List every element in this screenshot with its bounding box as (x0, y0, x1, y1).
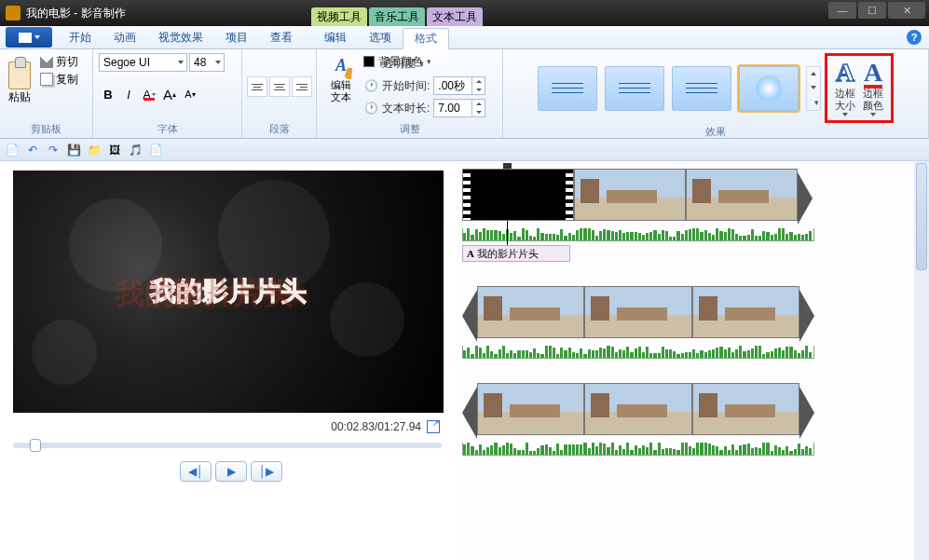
caption-clip[interactable]: A我的影片片头 (462, 245, 570, 262)
qat-btn-7[interactable]: 🎵 (127, 142, 143, 158)
group-adjust: A 编辑 文本 A透明度▾ 🕐开始时间:.00秒 🕐文本时长:7.00 背景颜色… (317, 49, 503, 138)
effect-preset-3[interactable] (672, 66, 731, 111)
clock-icon: 🕐 (363, 78, 378, 93)
copy-icon (40, 73, 53, 86)
outline-highlight-box: A 边框 大小 A 边框 颜色 (825, 53, 894, 123)
cut-button[interactable]: 剪切 (37, 53, 81, 70)
preview-pane: 我的影片片头 我的影片片头 00:02.83/01:27.94 ◀│ ▶ │▶ (0, 161, 457, 560)
video-clip[interactable] (574, 169, 686, 221)
tab-format[interactable]: 格式 (403, 28, 449, 49)
tab-anim[interactable]: 动画 (102, 27, 147, 48)
start-time-row: 🕐开始时间:.00秒 (363, 75, 485, 96)
outline-color-icon: A (864, 60, 882, 86)
italic-button[interactable]: I (119, 85, 138, 103)
outline-color-button[interactable]: A 边框 颜色 (863, 60, 883, 116)
audio-waveform[interactable] (462, 346, 814, 359)
group-label: 效果 (509, 125, 922, 139)
video-clip[interactable] (686, 169, 798, 221)
video-clip[interactable] (477, 383, 584, 435)
ribbon-tabs: 开始 动画 视觉效果 项目 查看 编辑 选项 格式 ? (0, 26, 929, 49)
preview-monitor[interactable]: 我的影片片头 我的影片片头 (13, 171, 444, 413)
qat-btn-5[interactable]: 📁 (86, 142, 102, 158)
video-clip[interactable] (584, 286, 691, 338)
new-button[interactable]: 📄 (4, 142, 20, 158)
shrink-font-button[interactable]: A▾ (181, 85, 199, 103)
group-label: 字体 (99, 122, 236, 136)
group-font: Segoe UI 48 B I A A▴ A▾ 字体 (93, 49, 242, 138)
maximize-button[interactable]: ☐ (858, 2, 886, 19)
group-label: 段落 (248, 122, 310, 136)
grow-font-button[interactable]: A▴ (160, 85, 179, 103)
timeline-row-1: A我的影片片头 (462, 169, 814, 262)
scrollbar-thumb[interactable] (916, 163, 927, 270)
font-family-select[interactable]: Segoe UI (99, 53, 187, 72)
prev-frame-button[interactable]: ◀│ (180, 461, 212, 482)
duration-input[interactable]: 7.00 (433, 99, 485, 117)
font-color-button[interactable]: A (140, 85, 158, 103)
redo-button[interactable]: ↷ (45, 142, 61, 158)
video-clip[interactable] (692, 383, 799, 435)
context-tab-music[interactable]: 音乐工具 (369, 7, 425, 26)
vertical-scrollbar[interactable] (914, 161, 929, 560)
tab-view[interactable]: 查看 (259, 27, 304, 48)
clock-icon: 🕐 (363, 101, 378, 116)
effect-preset-1[interactable] (538, 66, 597, 111)
context-tab-video[interactable]: 视频工具 (311, 7, 367, 26)
next-frame-button[interactable]: │▶ (251, 461, 282, 482)
tab-edit[interactable]: 编辑 (313, 27, 358, 48)
align-right-button[interactable] (292, 76, 312, 97)
track-continue-icon (462, 290, 477, 342)
copy-button[interactable]: 复制 (37, 71, 81, 88)
file-menu-button[interactable] (6, 27, 52, 48)
paste-label: 粘贴 (8, 89, 31, 105)
edit-text-icon: A (329, 53, 353, 77)
tab-options[interactable]: 选项 (358, 27, 403, 48)
audio-waveform[interactable] (462, 443, 814, 456)
timeline-pane[interactable]: A我的影片片头 (457, 161, 929, 560)
qat-btn-8[interactable]: 📄 (147, 142, 164, 158)
outline-size-button[interactable]: A 边框 大小 (835, 60, 855, 116)
seek-bar[interactable] (13, 443, 442, 448)
edit-text-label: 编辑 文本 (331, 79, 351, 103)
tab-project[interactable]: 项目 (214, 27, 259, 48)
minimize-button[interactable]: — (828, 2, 856, 19)
tab-vfx[interactable]: 视觉效果 (147, 27, 214, 48)
align-center-button[interactable] (269, 76, 290, 97)
window-title: 我的电影 - 影音制作 (26, 6, 126, 21)
close-button[interactable]: ✕ (888, 2, 925, 19)
start-time-input[interactable]: .00秒 (433, 76, 485, 95)
video-clip[interactable] (462, 169, 574, 221)
duration-row: 🕐文本时长:7.00 (363, 98, 485, 118)
fullscreen-button[interactable] (427, 420, 440, 433)
video-clip[interactable] (692, 286, 799, 338)
qat-btn-6[interactable]: 🖼 (106, 142, 123, 158)
play-button[interactable]: ▶ (215, 461, 247, 482)
timecode-display: 00:02.83/01:27.94 (13, 413, 449, 437)
font-size-select[interactable]: 48 (189, 53, 225, 72)
effects-gallery-more[interactable]: ▾ (806, 66, 821, 111)
tab-home[interactable]: 开始 (58, 27, 102, 48)
edit-text-button[interactable]: A 编辑 文本 (322, 53, 360, 103)
title-text-overlay: 我的影片片头 我的影片片头 (150, 274, 307, 309)
contextual-tabs: 视频工具 音乐工具 文本工具 (311, 0, 485, 26)
undo-button[interactable]: ↶ (24, 142, 41, 158)
seek-knob[interactable] (30, 439, 41, 452)
track-continue-icon (798, 172, 813, 225)
ribbon: 粘贴 剪切 复制 剪贴板 Segoe UI 48 B I A A▴ A▾ 字体 (0, 49, 929, 139)
text-icon: A (467, 248, 474, 259)
group-effects: ▾ A 边框 大小 A 边框 颜色 效果 (503, 49, 929, 138)
effect-preset-2[interactable] (605, 66, 664, 111)
help-button[interactable]: ? (907, 30, 922, 45)
context-tab-text[interactable]: 文本工具 (427, 7, 483, 26)
save-button[interactable]: 💾 (65, 142, 82, 158)
video-clip[interactable] (584, 383, 691, 435)
bold-button[interactable]: B (99, 85, 117, 103)
audio-waveform[interactable] (462, 228, 814, 241)
bg-color-button[interactable]: 背景颜色▾ (363, 51, 431, 72)
color-swatch-icon (363, 56, 375, 67)
paste-button[interactable]: 粘贴 (6, 53, 34, 105)
align-left-button[interactable] (247, 76, 267, 97)
video-clip[interactable] (477, 286, 584, 338)
playback-controls: ◀│ ▶ │▶ (13, 461, 449, 482)
effect-preset-4[interactable] (739, 66, 799, 111)
